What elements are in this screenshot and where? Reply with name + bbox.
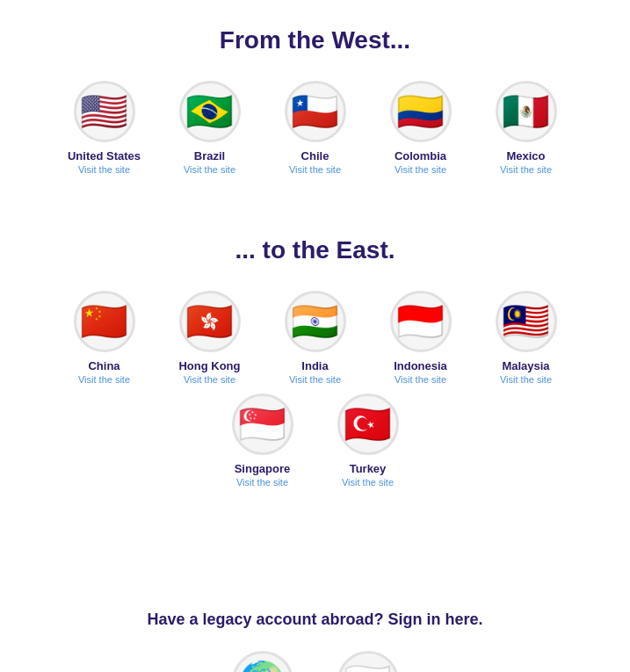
- flag-br: 🇧🇷: [179, 81, 241, 142]
- legacy-country-grid: 🌍 Africa Visit this site 🇷🇺 Russia Visit…: [18, 651, 612, 672]
- flag-cn: 🇨🇳: [74, 291, 135, 352]
- country-item-in[interactable]: 🇮🇳 India Visit the site: [263, 291, 368, 385]
- visit-link-br[interactable]: Visit the site: [184, 164, 235, 175]
- country-item-af[interactable]: 🌍 Africa Visit this site: [210, 651, 315, 672]
- country-item-cn[interactable]: 🇨🇳 China Visit the site: [52, 291, 157, 385]
- divider-1: [18, 210, 612, 236]
- legacy-section-title: Have a legacy account abroad? Sign in he…: [18, 611, 612, 629]
- country-name-tr: Turkey: [350, 462, 387, 475]
- flag-mx: 🇲🇽: [496, 81, 557, 142]
- west-section-title: From the West...: [18, 26, 612, 54]
- country-name-br: Brazil: [194, 149, 225, 163]
- visit-link-co[interactable]: Visit the site: [395, 164, 446, 175]
- visit-link-id[interactable]: Visit the site: [395, 374, 446, 385]
- flag-us: 🇺🇸: [74, 81, 135, 142]
- country-item-tr[interactable]: 🇹🇷 Turkey Visit the site: [315, 394, 421, 488]
- flag-hk: 🇭🇰: [179, 291, 241, 352]
- country-name-sg: Singapore: [235, 462, 291, 475]
- visit-link-cl[interactable]: Visit the site: [289, 164, 341, 175]
- flag-id: 🇮🇩: [390, 291, 452, 352]
- divider-3: [18, 549, 612, 575]
- country-item-my[interactable]: 🇲🇾 Malaysia Visit the site: [474, 291, 579, 385]
- page-wrapper: From the West... 🇺🇸 United States Visit …: [0, 0, 630, 672]
- visit-link-my[interactable]: Visit the site: [500, 374, 552, 385]
- divider-2: [18, 523, 612, 549]
- visit-link-tr[interactable]: Visit the site: [342, 477, 394, 488]
- east-section-title: ... to the East.: [18, 236, 612, 264]
- country-item-us[interactable]: 🇺🇸 United States Visit the site: [52, 81, 157, 175]
- legacy-section: Have a legacy account abroad? Sign in he…: [18, 593, 612, 672]
- visit-link-sg[interactable]: Visit the site: [236, 477, 288, 488]
- country-name-hk: Hong Kong: [178, 359, 240, 372]
- flag-cl: 🇨🇱: [285, 81, 346, 142]
- country-item-cl[interactable]: 🇨🇱 Chile Visit the site: [263, 81, 368, 175]
- country-item-mx[interactable]: 🇲🇽 Mexico Visit the site: [474, 81, 579, 175]
- country-name-cl: Chile: [301, 149, 329, 163]
- country-item-ru[interactable]: 🇷🇺 Russia Visit the site: [315, 651, 421, 672]
- country-name-cn: China: [88, 359, 119, 372]
- country-name-co: Colombia: [395, 149, 446, 163]
- country-item-sg[interactable]: 🇸🇬 Singapore Visit the site: [210, 394, 315, 488]
- flag-co: 🇨🇴: [390, 81, 452, 142]
- country-item-id[interactable]: 🇮🇩 Indonesia Visit the site: [368, 291, 474, 385]
- visit-link-in[interactable]: Visit the site: [289, 374, 341, 385]
- flag-my: 🇲🇾: [496, 291, 557, 352]
- flag-tr: 🇹🇷: [337, 394, 399, 455]
- flag-af: 🌍: [232, 651, 293, 672]
- country-name-us: United States: [68, 149, 141, 163]
- flag-in: 🇮🇳: [285, 291, 346, 352]
- visit-link-cn[interactable]: Visit the site: [78, 374, 130, 385]
- west-country-grid: 🇺🇸 United States Visit the site 🇧🇷 Brazi…: [18, 81, 612, 175]
- visit-link-hk[interactable]: Visit the site: [184, 374, 235, 385]
- country-name-my: Malaysia: [502, 359, 549, 372]
- country-item-co[interactable]: 🇨🇴 Colombia Visit the site: [368, 81, 474, 175]
- country-name-in: India: [301, 359, 328, 372]
- visit-link-us[interactable]: Visit the site: [78, 164, 130, 175]
- country-name-id: Indonesia: [394, 359, 447, 372]
- country-name-mx: Mexico: [506, 149, 545, 163]
- visit-link-mx[interactable]: Visit the site: [500, 164, 552, 175]
- flag-ru: 🇷🇺: [337, 651, 399, 672]
- country-item-br[interactable]: 🇧🇷 Brazil Visit the site: [157, 81, 263, 175]
- flag-sg: 🇸🇬: [232, 394, 293, 455]
- east-country-grid: 🇨🇳 China Visit the site 🇭🇰 Hong Kong Vis…: [18, 291, 612, 488]
- country-item-hk[interactable]: 🇭🇰 Hong Kong Visit the site: [157, 291, 263, 385]
